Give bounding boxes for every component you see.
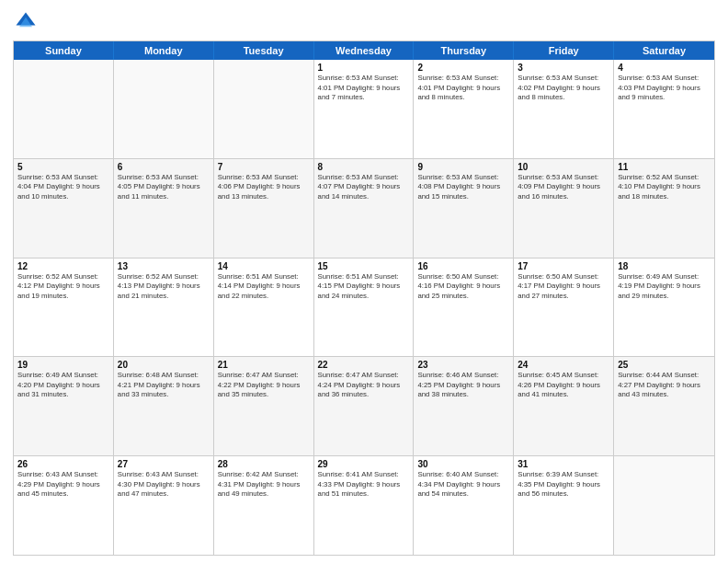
cell-info: Sunrise: 6:49 AM Sunset: 4:19 PM Dayligh…: [618, 272, 711, 302]
calendar-cell: 30Sunrise: 6:40 AM Sunset: 4:34 PM Dayli…: [414, 456, 514, 555]
calendar: SundayMondayTuesdayWednesdayThursdayFrid…: [13, 40, 715, 556]
day-number: 2: [417, 63, 509, 73]
day-number: 31: [518, 459, 609, 469]
calendar-cell: 2Sunrise: 6:53 AM Sunset: 4:01 PM Daylig…: [414, 60, 514, 158]
day-number: 29: [318, 459, 410, 469]
calendar-cell: 29Sunrise: 6:41 AM Sunset: 4:33 PM Dayli…: [314, 456, 415, 555]
day-number: 23: [417, 360, 509, 370]
day-number: 15: [318, 261, 410, 271]
day-number: 30: [417, 459, 509, 469]
header-day-wednesday: Wednesday: [314, 41, 415, 60]
day-number: 16: [417, 261, 509, 271]
cell-info: Sunrise: 6:51 AM Sunset: 4:15 PM Dayligh…: [318, 272, 410, 302]
day-number: 18: [618, 261, 711, 271]
cell-info: Sunrise: 6:44 AM Sunset: 4:27 PM Dayligh…: [618, 371, 711, 400]
header-day-saturday: Saturday: [614, 41, 714, 60]
cell-info: Sunrise: 6:50 AM Sunset: 4:17 PM Dayligh…: [518, 272, 609, 302]
cell-info: Sunrise: 6:53 AM Sunset: 4:08 PM Dayligh…: [417, 173, 509, 202]
cell-info: Sunrise: 6:53 AM Sunset: 4:03 PM Dayligh…: [618, 74, 711, 103]
day-number: 27: [118, 459, 210, 469]
calendar-cell: 25Sunrise: 6:44 AM Sunset: 4:27 PM Dayli…: [614, 357, 714, 455]
header-day-thursday: Thursday: [414, 41, 514, 60]
calendar-cell: 31Sunrise: 6:39 AM Sunset: 4:35 PM Dayli…: [514, 456, 614, 555]
calendar-row-0: 1Sunrise: 6:53 AM Sunset: 4:01 PM Daylig…: [14, 60, 714, 158]
calendar-cell: [614, 456, 714, 555]
cell-info: Sunrise: 6:48 AM Sunset: 4:21 PM Dayligh…: [118, 371, 210, 400]
day-number: 9: [417, 162, 509, 172]
day-number: 3: [518, 63, 609, 73]
day-number: 14: [218, 261, 310, 271]
cell-info: Sunrise: 6:53 AM Sunset: 4:02 PM Dayligh…: [518, 74, 609, 103]
calendar-cell: 10Sunrise: 6:53 AM Sunset: 4:09 PM Dayli…: [514, 159, 614, 258]
day-number: 19: [17, 360, 109, 370]
calendar-cell: 3Sunrise: 6:53 AM Sunset: 4:02 PM Daylig…: [514, 60, 614, 158]
cell-info: Sunrise: 6:52 AM Sunset: 4:13 PM Dayligh…: [118, 272, 210, 302]
calendar-cell: 19Sunrise: 6:49 AM Sunset: 4:20 PM Dayli…: [14, 357, 114, 455]
cell-info: Sunrise: 6:53 AM Sunset: 4:09 PM Dayligh…: [518, 173, 609, 202]
day-number: 4: [618, 63, 711, 73]
cell-info: Sunrise: 6:53 AM Sunset: 4:01 PM Dayligh…: [318, 74, 410, 103]
cell-info: Sunrise: 6:49 AM Sunset: 4:20 PM Dayligh…: [17, 371, 109, 400]
calendar-cell: 9Sunrise: 6:53 AM Sunset: 4:08 PM Daylig…: [414, 159, 514, 258]
header-day-monday: Monday: [114, 41, 214, 60]
calendar-row-4: 26Sunrise: 6:43 AM Sunset: 4:29 PM Dayli…: [14, 455, 714, 555]
day-number: 8: [318, 162, 410, 172]
logo-icon: [13, 9, 39, 35]
cell-info: Sunrise: 6:53 AM Sunset: 4:06 PM Dayligh…: [218, 173, 310, 202]
calendar-cell: 15Sunrise: 6:51 AM Sunset: 4:15 PM Dayli…: [314, 259, 415, 357]
header-day-sunday: Sunday: [14, 41, 114, 60]
calendar-cell: 22Sunrise: 6:47 AM Sunset: 4:24 PM Dayli…: [314, 357, 415, 455]
day-number: 22: [318, 360, 410, 370]
header: [13, 9, 715, 35]
day-number: 10: [518, 162, 609, 172]
cell-info: Sunrise: 6:51 AM Sunset: 4:14 PM Dayligh…: [218, 272, 310, 302]
cell-info: Sunrise: 6:45 AM Sunset: 4:26 PM Dayligh…: [518, 371, 609, 400]
cell-info: Sunrise: 6:46 AM Sunset: 4:25 PM Dayligh…: [417, 371, 509, 400]
calendar-cell: 24Sunrise: 6:45 AM Sunset: 4:26 PM Dayli…: [514, 357, 614, 455]
day-number: 24: [518, 360, 609, 370]
day-number: 25: [618, 360, 711, 370]
calendar-cell: 8Sunrise: 6:53 AM Sunset: 4:07 PM Daylig…: [314, 159, 415, 258]
calendar-cell: 5Sunrise: 6:53 AM Sunset: 4:04 PM Daylig…: [14, 159, 114, 258]
calendar-cell: 6Sunrise: 6:53 AM Sunset: 4:05 PM Daylig…: [114, 159, 214, 258]
day-number: 20: [118, 360, 210, 370]
cell-info: Sunrise: 6:47 AM Sunset: 4:22 PM Dayligh…: [218, 371, 310, 400]
calendar-cell: 27Sunrise: 6:43 AM Sunset: 4:30 PM Dayli…: [114, 456, 214, 555]
calendar-cell: 28Sunrise: 6:42 AM Sunset: 4:31 PM Dayli…: [214, 456, 314, 555]
calendar-row-2: 12Sunrise: 6:52 AM Sunset: 4:12 PM Dayli…: [14, 258, 714, 357]
logo: [13, 9, 42, 35]
cell-info: Sunrise: 6:47 AM Sunset: 4:24 PM Dayligh…: [318, 371, 410, 400]
day-number: 17: [518, 261, 609, 271]
calendar-cell: 11Sunrise: 6:52 AM Sunset: 4:10 PM Dayli…: [614, 159, 714, 258]
calendar-cell: 23Sunrise: 6:46 AM Sunset: 4:25 PM Dayli…: [414, 357, 514, 455]
cell-info: Sunrise: 6:53 AM Sunset: 4:04 PM Dayligh…: [17, 173, 109, 202]
header-day-tuesday: Tuesday: [214, 41, 314, 60]
day-number: 11: [618, 162, 711, 172]
calendar-cell: 1Sunrise: 6:53 AM Sunset: 4:01 PM Daylig…: [314, 60, 415, 158]
calendar-cell: 21Sunrise: 6:47 AM Sunset: 4:22 PM Dayli…: [214, 357, 314, 455]
cell-info: Sunrise: 6:50 AM Sunset: 4:16 PM Dayligh…: [417, 272, 509, 302]
cell-info: Sunrise: 6:43 AM Sunset: 4:29 PM Dayligh…: [17, 470, 109, 500]
cell-info: Sunrise: 6:41 AM Sunset: 4:33 PM Dayligh…: [318, 470, 410, 500]
day-number: 1: [318, 63, 410, 73]
cell-info: Sunrise: 6:53 AM Sunset: 4:05 PM Dayligh…: [118, 173, 210, 202]
day-number: 5: [17, 162, 109, 172]
calendar-row-3: 19Sunrise: 6:49 AM Sunset: 4:20 PM Dayli…: [14, 356, 714, 455]
day-number: 6: [118, 162, 210, 172]
calendar-cell: 4Sunrise: 6:53 AM Sunset: 4:03 PM Daylig…: [614, 60, 714, 158]
cell-info: Sunrise: 6:42 AM Sunset: 4:31 PM Dayligh…: [218, 470, 310, 500]
cell-info: Sunrise: 6:39 AM Sunset: 4:35 PM Dayligh…: [518, 470, 609, 500]
calendar-row-1: 5Sunrise: 6:53 AM Sunset: 4:04 PM Daylig…: [14, 158, 714, 258]
cell-info: Sunrise: 6:53 AM Sunset: 4:01 PM Dayligh…: [417, 74, 509, 103]
calendar-body: 1Sunrise: 6:53 AM Sunset: 4:01 PM Daylig…: [14, 60, 714, 555]
cell-info: Sunrise: 6:52 AM Sunset: 4:10 PM Dayligh…: [618, 173, 711, 202]
calendar-cell: 7Sunrise: 6:53 AM Sunset: 4:06 PM Daylig…: [214, 159, 314, 258]
calendar-cell: 12Sunrise: 6:52 AM Sunset: 4:12 PM Dayli…: [14, 259, 114, 357]
calendar-cell: 26Sunrise: 6:43 AM Sunset: 4:29 PM Dayli…: [14, 456, 114, 555]
day-number: 13: [118, 261, 210, 271]
day-number: 26: [17, 459, 109, 469]
calendar-cell: [114, 60, 214, 158]
day-number: 12: [17, 261, 109, 271]
day-number: 28: [218, 459, 310, 469]
page: SundayMondayTuesdayWednesdayThursdayFrid…: [0, 0, 728, 563]
